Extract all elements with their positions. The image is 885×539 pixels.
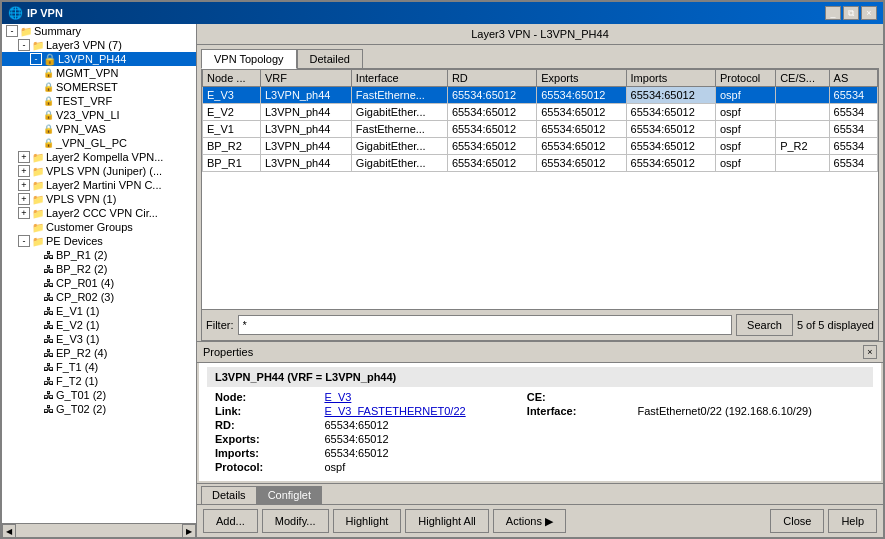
vpn-table: Node ... VRF Interface RD Exports Import… [202,69,878,172]
col-vrf[interactable]: VRF [260,70,351,87]
help-button[interactable]: Help [828,509,877,533]
properties-panel: Properties × L3VPN_PH44 (VRF = L3VPN_ph4… [197,341,883,504]
modify-button[interactable]: Modify... [262,509,329,533]
sidebar-item-bp-r2[interactable]: 🖧 BP_R2 (2) [2,262,196,276]
col-interface[interactable]: Interface [351,70,447,87]
sidebar-scroll-right[interactable]: ▶ [182,524,196,537]
sidebar-item-vpn-vas[interactable]: 🔒 VPN_VAS [2,122,196,136]
col-ce-s[interactable]: CE/S... [776,70,829,87]
add-button[interactable]: Add... [203,509,258,533]
folder-icon-6: 📁 [32,193,44,205]
panel-title: Layer3 VPN - L3VPN_PH44 [197,24,883,45]
expand-layer2-kompella[interactable]: + [18,151,30,163]
tab-detailed[interactable]: Detailed [297,49,363,68]
prop-title-row: L3VPN_PH44 (VRF = L3VPN_ph44) [207,367,873,387]
prop-rd-value: 65534:65012 [324,419,518,431]
col-rd[interactable]: RD [447,70,536,87]
detail-tab-configlet[interactable]: Configlet [257,486,322,504]
restore-button[interactable]: ⧉ [843,6,859,20]
minimize-button[interactable]: _ [825,6,841,20]
folder-icon-7: 📁 [32,207,44,219]
detail-tab-details[interactable]: Details [201,486,257,504]
sidebar-item-vpn-gl-pc[interactable]: 🔒 _VPN_GL_PC [2,136,196,150]
actions-button[interactable]: Actions ▶ [493,509,566,533]
title-bar-controls: _ ⧉ × [825,6,877,20]
close-button-bottom[interactable]: Close [770,509,824,533]
sidebar-item-e-v2[interactable]: 🖧 E_V2 (1) [2,318,196,332]
prop-ce-label: CE: [527,391,630,403]
sidebar-item-f-t2[interactable]: 🖧 F_T2 (1) [2,374,196,388]
sidebar-item-test-vrf[interactable]: 🔒 TEST_VRF [2,94,196,108]
col-imports[interactable]: Imports [626,70,715,87]
folder-icon-pe: 📁 [32,235,44,247]
properties-close-button[interactable]: × [863,345,877,359]
sidebar-item-f-t1[interactable]: 🖧 F_T1 (4) [2,360,196,374]
sidebar-item-mgmt-vpn[interactable]: 🔒 MGMT_VPN [2,66,196,80]
sidebar-item-customer-groups[interactable]: 📁 Customer Groups [2,220,196,234]
expand-l3vpn-ph44[interactable]: - [30,53,42,65]
col-as[interactable]: AS [829,70,877,87]
prop-imports-value: 65534:65012 [324,447,518,459]
prop-ce-value [638,391,865,403]
right-panel: Layer3 VPN - L3VPN_PH44 VPN Topology Det… [197,24,883,537]
sidebar-item-layer2-martini[interactable]: + 📁 Layer2 Martini VPN C... [2,178,196,192]
highlight-all-button[interactable]: Highlight All [405,509,488,533]
sidebar-item-pe-devices[interactable]: - 📁 PE Devices [2,234,196,248]
sidebar-item-e-v3[interactable]: 🖧 E_V3 (1) [2,332,196,346]
highlight-button[interactable]: Highlight [333,509,402,533]
expand-vpls-vpn[interactable]: + [18,193,30,205]
sidebar-item-layer3vpn[interactable]: - 📁 Layer3 VPN (7) [2,38,196,52]
sidebar-hscroll[interactable]: ◀ ▶ [2,523,196,537]
sidebar-item-l3vpn-ph44[interactable]: - 🔒 L3VPN_PH44 [2,52,196,66]
folder-icon-2: 📁 [32,39,44,51]
sidebar-item-g-t01[interactable]: 🖧 G_T01 (2) [2,388,196,402]
table-row[interactable]: E_V1L3VPN_ph44FastEtherne...65534:650126… [203,121,878,138]
sidebar-item-bp-r1[interactable]: 🖧 BP_R1 (2) [2,248,196,262]
sidebar-item-layer2-ccc[interactable]: + 📁 Layer2 CCC VPN Cir... [2,206,196,220]
sidebar-item-e-v1[interactable]: 🖧 E_V1 (1) [2,304,196,318]
filter-input[interactable] [238,315,733,335]
expand-summary[interactable]: - [6,25,18,37]
sidebar-item-summary[interactable]: - 📁 Summary [2,24,196,38]
table-row[interactable]: E_V3L3VPN_ph44FastEtherne...65534:650126… [203,87,878,104]
sidebar-item-vpls-juniper[interactable]: + 📁 VPLS VPN (Juniper) (... [2,164,196,178]
main-content: - 📁 Summary - 📁 Layer3 VPN (7) - 🔒 L3VPN… [2,24,883,537]
device-icon-ep-r2: 🖧 [42,347,54,359]
properties-content: L3VPN_PH44 (VRF = L3VPN_ph44) Node: E_V3… [199,363,881,481]
expand-pe-devices[interactable]: - [18,235,30,247]
device-icon-cp-r02: 🖧 [42,291,54,303]
tab-vpn-topology[interactable]: VPN Topology [201,49,297,69]
search-button[interactable]: Search [736,314,793,336]
col-protocol[interactable]: Protocol [715,70,775,87]
sidebar-item-cp-r02[interactable]: 🖧 CP_R02 (3) [2,290,196,304]
tab-bar: VPN Topology Detailed [197,45,883,68]
close-button[interactable]: × [861,6,877,20]
expand-layer3vpn[interactable]: - [18,39,30,51]
col-node[interactable]: Node ... [203,70,261,87]
prop-imports-label: Imports: [215,447,316,459]
table-row[interactable]: BP_R1L3VPN_ph44GigabitEther...65534:6501… [203,155,878,172]
sidebar-item-g-t02[interactable]: 🖧 G_T02 (2) [2,402,196,416]
prop-node-link[interactable]: E_V3 [324,391,518,403]
sidebar-item-ep-r2[interactable]: 🖧 EP_R2 (4) [2,346,196,360]
expand-layer2-ccc[interactable]: + [18,207,30,219]
sidebar-item-vpls-vpn[interactable]: + 📁 VPLS VPN (1) [2,192,196,206]
sidebar-item-layer2-kompella[interactable]: + 📁 Layer2 Kompella VPN... [2,150,196,164]
expand-vpls-juniper[interactable]: + [18,165,30,177]
expand-layer2-martini[interactable]: + [18,179,30,191]
col-exports[interactable]: Exports [537,70,626,87]
sidebar-scroll-left[interactable]: ◀ [2,524,16,537]
prop-link-label: Link: [215,405,316,417]
sidebar-item-cp-r01[interactable]: 🖧 CP_R01 (4) [2,276,196,290]
folder-icon-5: 📁 [32,179,44,191]
properties-title: Properties [203,346,253,358]
table-row[interactable]: E_V2L3VPN_ph44GigabitEther...65534:65012… [203,104,878,121]
title-bar-left: 🌐 IP VPN [8,6,63,20]
vpn-icon: 🔒 [44,53,56,65]
prop-link-value[interactable]: E_V3_FASTETHERNET0/22 [324,405,518,417]
prop-interface-value: FastEthernet0/22 (192.168.6.10/29) [638,405,865,417]
table-row[interactable]: BP_R2L3VPN_ph44GigabitEther...65534:6501… [203,138,878,155]
sidebar-item-somerset[interactable]: 🔒 SOMERSET [2,80,196,94]
sidebar-item-v23-vpn-li[interactable]: 🔒 V23_VPN_LI [2,108,196,122]
tab-content: Node ... VRF Interface RD Exports Import… [201,68,879,341]
